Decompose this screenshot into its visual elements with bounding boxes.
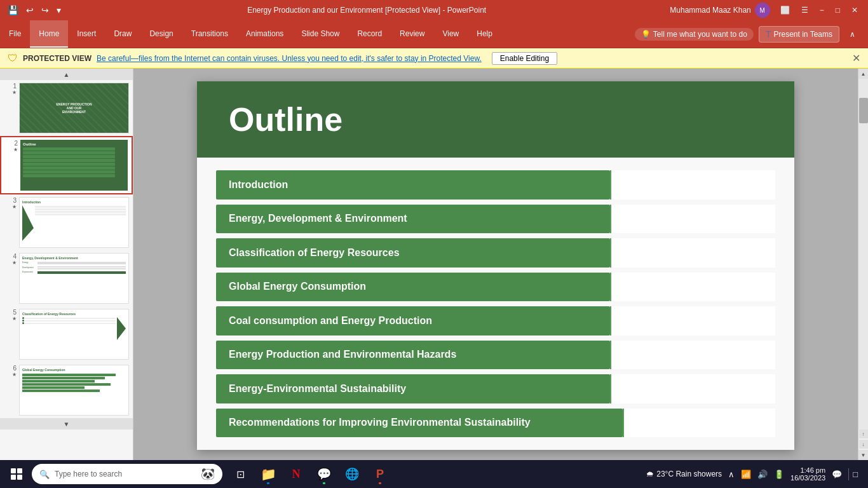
show-hidden-icons-button[interactable]: ∧ [727, 468, 736, 480]
redo-button[interactable]: ↪ [39, 4, 51, 17]
slide-item-1[interactable]: 1 ★ ENERGY PRODUCTIONAND OURENVIRONMENT [0, 80, 133, 136]
chrome-icon: 🌐 [345, 467, 359, 481]
taskbar-search-bar[interactable]: 🔍 Type here to search 🐼 [32, 464, 222, 484]
file-explorer-app[interactable]: 📁 [255, 463, 281, 485]
weather-info: 23°C Rain showers [656, 470, 722, 478]
teams-icon: T [766, 29, 771, 39]
slide-title: Outline [229, 100, 342, 139]
slide-thumbnail-3: Introduction [19, 197, 129, 248]
outline-spacer-2 [610, 205, 775, 234]
title-right-controls: Muhammad Maaz Khan M ⬜ ☰ − □ ✕ [670, 3, 863, 18]
close-protected-bar-button[interactable]: ✕ [852, 52, 860, 64]
user-avatar[interactable]: M [755, 3, 770, 18]
whatsapp-app[interactable]: 💬 [311, 463, 337, 485]
minimize-button[interactable]: ⬜ [775, 4, 795, 16]
weather-widget[interactable]: 🌧 23°C Rain showers [646, 470, 722, 478]
scroll-bottom-controls: ↑ ↓ ▼ [858, 430, 869, 463]
scroll-page-down[interactable]: ↓ [859, 440, 868, 449]
netflix-app[interactable]: N [283, 463, 309, 485]
present-label: Present in Teams [774, 30, 833, 39]
slide-panel[interactable]: ▲ 1 ★ ENERGY PRODUCTIONAND OURENVIRONMEN… [0, 69, 133, 463]
windows-logo-icon [11, 468, 22, 480]
tell-me-search[interactable]: 💡 Tell me what you want to do [635, 28, 754, 41]
chrome-app[interactable]: 🌐 [339, 463, 365, 485]
restore-button[interactable]: − [815, 4, 829, 16]
slide-panel-scroll-down[interactable]: ▼ [0, 418, 133, 430]
slide-thumbnail-5: Classification of Energy Resources [19, 309, 129, 360]
present-teams-button[interactable]: T Present in Teams [759, 26, 839, 43]
start-button[interactable] [4, 463, 29, 485]
date-display: 16/03/2023 [790, 474, 825, 482]
scroll-track[interactable] [858, 79, 869, 430]
scroll-down-button[interactable]: ▼ [858, 450, 869, 460]
scroll-page-up[interactable]: ↑ [859, 430, 868, 438]
whatsapp-icon: 💬 [317, 467, 331, 481]
taskbar-search-icon: 🔍 [39, 470, 50, 479]
taskview-button[interactable]: ⊡ [227, 463, 253, 485]
protected-view-link[interactable]: Be careful—files from the Internet can c… [97, 54, 482, 63]
taskbar: 🔍 Type here to search 🐼 ⊡ 📁 N 💬 🌐 P 🌧 [0, 460, 868, 488]
tab-review[interactable]: Review [391, 20, 433, 48]
tab-help[interactable]: Help [468, 20, 501, 48]
app-active-indicator [267, 482, 269, 484]
slide-thumbnail-6: Global Energy Consumption [19, 365, 129, 416]
slide-thumbnail-1: ENERGY PRODUCTIONAND OURENVIRONMENT [19, 83, 129, 133]
show-desktop-button[interactable]: □ [848, 468, 859, 480]
netflix-icon: N [292, 468, 301, 481]
undo-button[interactable]: ↩ [24, 4, 36, 17]
tab-slideshow[interactable]: Slide Show [292, 20, 348, 48]
tab-draw[interactable]: Draw [105, 20, 140, 48]
outline-row-6: Energy Production and Environmental Haza… [216, 341, 775, 370]
tab-home[interactable]: Home [30, 20, 68, 48]
settings-button[interactable]: ☰ [796, 4, 813, 16]
ribbon-minimize-button[interactable]: ∧ [844, 29, 860, 40]
slide-number-6: 6 ★ [4, 365, 17, 377]
weather-icon: 🌧 [646, 470, 654, 478]
tab-design[interactable]: Design [140, 20, 182, 48]
app-active-indicator-pp [379, 482, 381, 484]
scroll-up-button[interactable]: ▲ [858, 69, 869, 79]
clock-widget[interactable]: 1:46 pm 16/03/2023 [790, 466, 825, 482]
taskbar-search-placeholder: Type here to search [55, 470, 122, 478]
outline-item-5: Coal consumption and Energy Production [216, 306, 610, 336]
protected-view-message: Be careful—files from the Internet can c… [97, 54, 482, 63]
outline-row-5: Coal consumption and Energy Production [216, 306, 775, 336]
battery-icon[interactable]: 🔋 [773, 468, 785, 480]
customize-qat-button[interactable]: ▾ [54, 4, 64, 17]
taskbar-right: 🌧 23°C Rain showers ∧ 📶 🔊 🔋 1:46 pm 16/0… [646, 466, 864, 482]
outline-item-2: Energy, Development & Environment [216, 205, 610, 234]
vertical-scrollbar[interactable]: ▲ ↑ ↓ ▼ [858, 69, 868, 463]
close-button[interactable]: ✕ [846, 4, 863, 16]
tab-file[interactable]: File [0, 20, 30, 48]
powerpoint-app[interactable]: P [367, 463, 393, 485]
slide-panel-scroll-up[interactable]: ▲ [0, 69, 133, 80]
tab-transitions[interactable]: Transitions [182, 20, 237, 48]
tab-animations[interactable]: Animations [237, 20, 292, 48]
enable-editing-button[interactable]: Enable Editing [492, 52, 557, 65]
slide-item-4[interactable]: 4 ★ Energy, Development & Environment En… [0, 250, 133, 306]
main-area: ▲ 1 ★ ENERGY PRODUCTIONAND OURENVIRONMEN… [0, 69, 868, 463]
outline-row-8: Recommendations for Improving Environmen… [216, 409, 775, 438]
slide-item-5[interactable]: 5 ★ Classification of Energy Resources [0, 306, 133, 362]
powerpoint-icon: P [376, 468, 384, 481]
outline-spacer-4 [610, 273, 775, 302]
volume-icon[interactable]: 🔊 [756, 468, 769, 480]
tab-record[interactable]: Record [348, 20, 391, 48]
taskbar-apps: ⊡ 📁 N 💬 🌐 P [227, 463, 393, 485]
scroll-thumb[interactable] [859, 98, 868, 123]
main-slide: Outline Introduction Energy, Development… [197, 81, 794, 450]
outline-row-4: Global Energy Consumption [216, 273, 775, 302]
slide-item-2[interactable]: 2 ★ Outline [0, 136, 133, 194]
outline-spacer-5 [610, 306, 775, 336]
slide-item-6[interactable]: 6 ★ Global Energy Consumption [0, 362, 133, 418]
maximize-button[interactable]: □ [831, 4, 845, 16]
slide-number-1: 1 ★ [4, 83, 17, 95]
file-explorer-icon: 📁 [261, 466, 276, 482]
taskview-icon: ⊡ [236, 468, 245, 480]
network-icon[interactable]: 📶 [740, 468, 752, 480]
tab-insert[interactable]: Insert [68, 20, 105, 48]
tab-view[interactable]: View [433, 20, 468, 48]
notification-button[interactable]: 💬 [831, 468, 843, 480]
slide-item-3[interactable]: 3 ★ Introduction [0, 194, 133, 250]
save-button[interactable]: 💾 [5, 4, 21, 17]
